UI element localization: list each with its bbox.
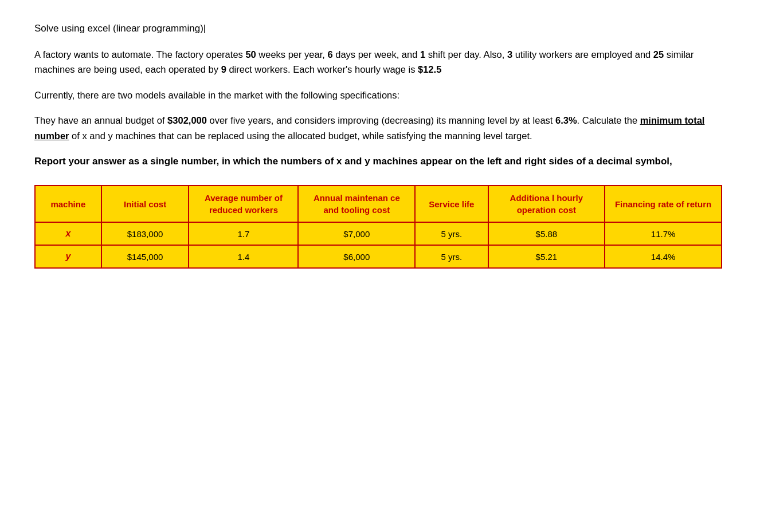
table-row: y $145,000 1.4 $6,000 5 yrs. $5.21 14.4%	[35, 245, 722, 268]
row-x-additional-cost: $5.88	[488, 222, 605, 245]
row-x-initial-cost: $183,000	[101, 222, 189, 245]
row-x-financing-rate: 11.7%	[605, 222, 722, 245]
specifications-table: machine Initial cost Average number of r…	[34, 185, 722, 269]
p1-bold-9: 9	[221, 64, 226, 74]
row-y-additional-cost: $5.21	[488, 245, 605, 268]
p3-text-4: of x and y machines that can be replaced…	[69, 131, 532, 141]
p3-bold-budget: $302,000	[167, 115, 207, 125]
p1-text-4: shift per day. Also,	[425, 49, 507, 60]
row-x-service-life: 5 yrs.	[415, 222, 488, 245]
content-area: Solve using excel (linear programming)| …	[34, 23, 722, 269]
col-header-initial-cost: Initial cost	[101, 186, 189, 222]
paragraph-2: Currently, there are two models availabl…	[34, 88, 722, 103]
row-y-avg-workers: 1.4	[189, 245, 298, 268]
p1-text-7: direct workers. Each worker's hourly wag…	[226, 64, 418, 74]
paragraph-1: A factory wants to automate. The factory…	[34, 47, 722, 77]
row-x-machine: x	[35, 222, 101, 245]
p3-text-2: over five years, and considers improving…	[207, 115, 555, 125]
table-header-row: machine Initial cost Average number of r…	[35, 186, 722, 222]
p1-text-2: weeks per year,	[256, 49, 328, 60]
row-y-annual-maint: $6,000	[298, 245, 415, 268]
row-x-annual-maint: $7,000	[298, 222, 415, 245]
paragraph-4: Report your answer as a single number, i…	[34, 153, 722, 169]
p1-text-5: utility workers are employed and	[512, 49, 653, 60]
p1-bold-25: 25	[653, 49, 664, 60]
p3-text-1: They have an annual budget of	[34, 115, 167, 125]
row-y-initial-cost: $145,000	[101, 245, 189, 268]
row-y-machine: y	[35, 245, 101, 268]
row-y-financing-rate: 14.4%	[605, 245, 722, 268]
p1-bold-3: 3	[507, 49, 512, 60]
p3-text-3: . Calculate the	[577, 115, 640, 125]
p1-text-1: A factory wants to automate. The factory…	[34, 49, 245, 60]
p1-bold-wage: $12.5	[418, 64, 441, 74]
col-header-financing-rate: Financing rate of return	[605, 186, 722, 222]
row-y-service-life: 5 yrs.	[415, 245, 488, 268]
table-row: x $183,000 1.7 $7,000 5 yrs. $5.88 11.7%	[35, 222, 722, 245]
paragraph-3: They have an annual budget of $302,000 o…	[34, 113, 722, 143]
p1-bold-50: 50	[245, 49, 256, 60]
col-header-avg-workers: Average number of reduced workers	[189, 186, 298, 222]
col-header-additional-cost: Additiona l hourly operation cost	[488, 186, 605, 222]
p1-bold-6: 6	[327, 49, 332, 60]
col-header-annual-maint: Annual maintenan ce and tooling cost	[298, 186, 415, 222]
title: Solve using excel (linear programming)|	[34, 23, 722, 34]
row-x-avg-workers: 1.7	[189, 222, 298, 245]
p1-bold-1: 1	[420, 49, 425, 60]
p3-bold-percent: 6.3%	[555, 115, 577, 125]
col-header-service-life: Service life	[415, 186, 488, 222]
col-header-machine: machine	[35, 186, 101, 222]
p1-text-3: days per week, and	[333, 49, 420, 60]
